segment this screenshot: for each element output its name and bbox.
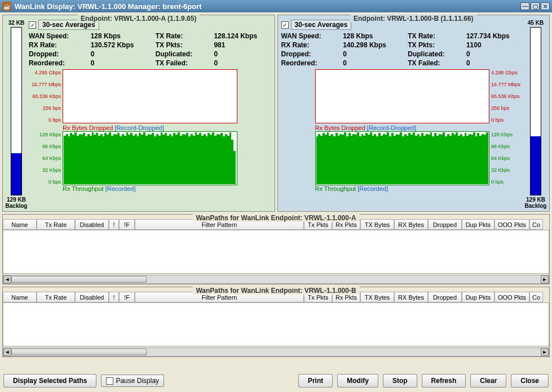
bottom-toolbar: Display Selected Paths Pause Display Pri… xyxy=(2,372,550,390)
backlog-column: 45 KB 129 KBBacklog xyxy=(525,20,546,209)
wanpaths-title: WanPaths for WanLink Endpoint: VRWL-1.1.… xyxy=(192,214,359,222)
table-body xyxy=(3,230,549,274)
col--[interactable]: ! xyxy=(109,219,119,230)
display-selected-paths-button[interactable]: Display Selected Paths xyxy=(3,374,96,387)
endpoint-title: Endpoint: VRWL-1.1.000-B (1.1.11.66) xyxy=(350,15,477,23)
col-co[interactable]: Co xyxy=(529,292,543,302)
rx-throughput-chart: 128 Kbps96 Kbps64 Kbps32 Kbps0 bps xyxy=(63,131,237,185)
col-dropped[interactable]: Dropped xyxy=(428,292,462,302)
wanpaths-panel-0: WanPaths for WanLink Endpoint: VRWL-1.1.… xyxy=(2,214,550,284)
col--f[interactable]: !F xyxy=(119,219,135,230)
col-name[interactable]: Name xyxy=(3,292,37,302)
stats-grid: WAN Speed:128 Kbps TX Rate:127.734 Kbps … xyxy=(281,32,524,67)
pause-display-checkbox[interactable]: Pause Display xyxy=(101,375,164,387)
endpoint-panel-b: Endpoint: VRWL-1.1.000-B (1.1.11.66) ✓ 3… xyxy=(277,15,550,212)
maximize-button[interactable]: ▢ xyxy=(531,2,540,10)
window-title: WanLink Display: VRWL-1.1.000 Manager: b… xyxy=(15,2,202,11)
backlog-bottom-label: 129 KBBacklog xyxy=(525,197,547,209)
horizontal-scrollbar[interactable]: ◄► xyxy=(3,275,549,284)
stop-button[interactable]: Stop xyxy=(383,374,417,387)
wanpaths-title: WanPaths for WanLink Endpoint: VRWL-1.1.… xyxy=(192,287,359,295)
backlog-bar xyxy=(11,27,22,195)
drop-caption: Rx Bytes Dropped xyxy=(315,124,365,131)
thru-caption: Rx Throughput xyxy=(63,185,104,192)
wanpaths-panel-1: WanPaths for WanLink Endpoint: VRWL-1.1.… xyxy=(2,287,550,357)
endpoint-title: Endpoint: VRWL-1.1.000-A (1.1.9.65) xyxy=(77,15,200,23)
refresh-button[interactable]: Refresh xyxy=(422,374,466,387)
col-rx-bytes[interactable]: RX Bytes xyxy=(394,292,428,302)
avg-label: 30-sec Averages xyxy=(291,20,352,30)
col-ooo-pkts[interactable]: OOO Pkts xyxy=(494,292,529,302)
drop-record-link[interactable]: [Record-Dropped] xyxy=(114,124,164,131)
col-disabled[interactable]: Disabled xyxy=(75,292,109,302)
thru-record-link[interactable]: [Recorded] xyxy=(105,185,136,192)
modify-button[interactable]: Modify xyxy=(337,374,378,387)
close-button[interactable]: Close xyxy=(511,374,549,387)
backlog-column: 32 KB 129 KBBacklog xyxy=(6,20,27,209)
endpoint-main: ✓ 30-sec Averages WAN Speed:128 Kbps TX … xyxy=(29,20,271,209)
col-tx-bytes[interactable]: TX Bytes xyxy=(360,292,394,302)
col-dup-pkts[interactable]: Dup Pkts xyxy=(462,292,494,302)
col-ooo-pkts[interactable]: OOO Pkts xyxy=(494,219,529,230)
java-icon: ☕ xyxy=(2,2,11,11)
backlog-bottom-label: 129 KBBacklog xyxy=(6,197,28,209)
clear-button[interactable]: Clear xyxy=(470,374,506,387)
titlebar: ☕ WanLink Display: VRWL-1.1.000 Manager:… xyxy=(0,0,552,12)
endpoint-panel-a: Endpoint: VRWL-1.1.000-A (1.1.9.65)32 KB… xyxy=(2,15,275,212)
avg-checkbox[interactable]: ✓ xyxy=(281,21,289,29)
close-window-button[interactable]: ✕ xyxy=(541,2,550,10)
thru-caption: Rx Throughput xyxy=(315,185,356,192)
rx-dropped-chart: 4.295 Gbps16.777 Mbps65.536 Kbps256 bps0… xyxy=(63,69,237,123)
drop-record-link[interactable]: [Record-Dropped] xyxy=(367,124,416,131)
col-disabled[interactable]: Disabled xyxy=(75,219,109,230)
backlog-top-label: 45 KB xyxy=(528,20,544,26)
backlog-bar xyxy=(530,27,541,195)
col--[interactable]: ! xyxy=(109,292,119,302)
endpoint-main: ✓ 30-sec Averages WAN Speed:128 Kbps TX … xyxy=(281,20,524,209)
col-name[interactable]: Name xyxy=(3,219,37,230)
minimize-button[interactable]: — xyxy=(520,2,529,10)
rx-throughput-chart: 128 Kbps96 Kbps64 Kbps32 Kbps0 bps xyxy=(315,131,490,185)
backlog-top-label: 32 KB xyxy=(8,20,24,26)
stats-grid: WAN Speed:128 Kbps TX Rate:128.124 Kbps … xyxy=(29,32,271,67)
drop-caption: Rx Bytes Dropped xyxy=(63,124,113,131)
col-co[interactable]: Co xyxy=(529,219,543,230)
col-tx-rate[interactable]: Tx Rate xyxy=(37,219,75,230)
table-body xyxy=(3,303,549,346)
checkbox-icon xyxy=(106,377,113,385)
avg-checkbox[interactable]: ✓ xyxy=(29,21,36,29)
col-dropped[interactable]: Dropped xyxy=(428,219,462,230)
horizontal-scrollbar[interactable]: ◄► xyxy=(3,348,549,357)
col-dup-pkts[interactable]: Dup Pkts xyxy=(462,219,494,230)
rx-dropped-chart: 4.295 Gbps16.777 Mbps65.536 Kbps256 bps0… xyxy=(315,69,490,123)
thru-record-link[interactable]: [Recorded] xyxy=(357,185,388,192)
col-tx-bytes[interactable]: TX Bytes xyxy=(360,219,394,230)
print-button[interactable]: Print xyxy=(298,374,333,387)
col-rx-bytes[interactable]: RX Bytes xyxy=(394,219,428,230)
col-tx-rate[interactable]: Tx Rate xyxy=(37,292,75,302)
col--f[interactable]: !F xyxy=(119,292,135,302)
